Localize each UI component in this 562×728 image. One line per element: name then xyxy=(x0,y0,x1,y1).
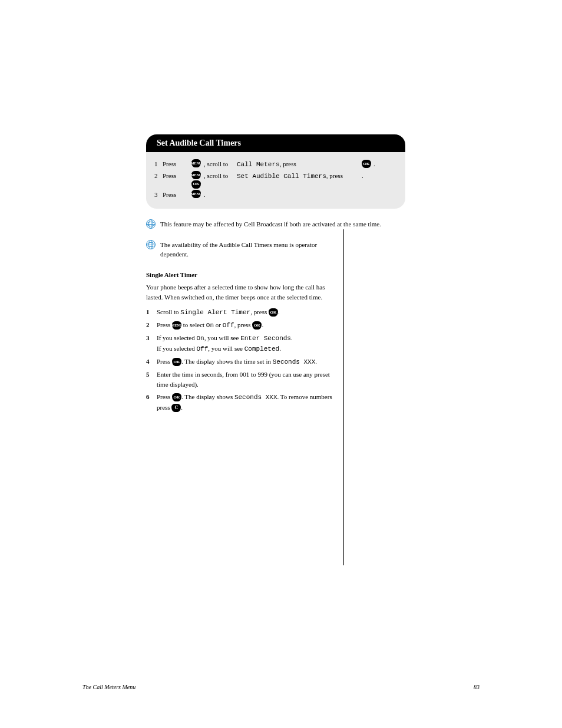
press-label: Press xyxy=(163,160,176,167)
mono-completed: Completed xyxy=(244,345,279,353)
card-body: 1 Press MENU , scroll to Call Meters, pr… xyxy=(146,152,405,209)
step-text: Enter the time in seconds, from 001 to 9… xyxy=(157,371,330,388)
step-number: 2 xyxy=(154,172,158,179)
ok-icon: OK xyxy=(362,160,371,168)
step-text: If you selected xyxy=(157,345,197,352)
footer-title: The Call Meters Menu xyxy=(82,684,135,690)
card-step-2: 2 Press MENU OK , scroll to Set Audible … xyxy=(154,171,397,189)
page-number: 83 xyxy=(474,684,480,690)
note-1: This feature may be affected by Cell Bro… xyxy=(146,219,405,229)
mono-off: Off xyxy=(197,345,209,353)
ok-icon: OK xyxy=(172,358,181,366)
mono-enter-seconds: Enter Seconds xyxy=(240,335,291,342)
step-text: , you will see xyxy=(208,345,244,352)
mono-on: On xyxy=(197,335,204,342)
step-number: 5 xyxy=(146,370,157,390)
menu-icon: MENU xyxy=(191,159,201,167)
list-step-4: 4 Press OK. The display shows the time s… xyxy=(146,357,334,367)
tail-press: , press xyxy=(326,172,343,179)
scroll-label: , scroll to xyxy=(204,172,228,179)
list-step-6: 6 Press OK. The display shows Seconds XX… xyxy=(146,392,334,413)
step-text: . xyxy=(279,345,281,352)
step-number: 2 xyxy=(146,320,157,331)
menu-icon: MENU xyxy=(172,321,181,330)
step-number: 6 xyxy=(146,392,157,413)
ok-icon: OK xyxy=(269,308,278,317)
tail-dot: . xyxy=(373,159,375,169)
step-text: , press xyxy=(234,321,253,328)
step-number: 1 xyxy=(146,307,157,318)
scroll-label: , scroll to xyxy=(204,160,228,167)
scroll-label: . xyxy=(204,191,206,198)
step-text: . xyxy=(181,404,183,411)
step-text: Press xyxy=(157,358,172,365)
list-step-1: 1 Scroll to Single Alert Timer, press OK… xyxy=(146,307,334,318)
step-text: . xyxy=(291,334,293,341)
step-text: . xyxy=(278,308,280,315)
note-text: The availability of the Audible Call Tim… xyxy=(160,240,334,259)
menu-icon: MENU xyxy=(191,171,201,179)
tail-press: , press xyxy=(280,160,296,167)
card-title-text: Set Audible Call Timers xyxy=(157,139,241,148)
column-divider xyxy=(343,229,348,565)
ok-icon: OK xyxy=(172,393,181,401)
step-text: If you selected xyxy=(157,334,197,341)
ok-icon: OK xyxy=(191,180,201,189)
step-text: , you will see xyxy=(204,334,240,341)
step-text: to select xyxy=(181,321,206,328)
note-2: The availability of the Audible Call Tim… xyxy=(146,240,334,259)
step-text: , press xyxy=(250,308,269,315)
steps-list: 1 Scroll to Single Alert Timer, press OK… xyxy=(146,307,334,413)
globe-icon xyxy=(146,240,156,249)
step-text: . xyxy=(315,358,317,365)
step-text: or xyxy=(214,321,223,328)
menu-item-label: Set Audible Call Timers xyxy=(237,173,326,180)
section-intro: Your phone beeps after a selected time t… xyxy=(146,282,334,302)
step-text: Press xyxy=(157,393,172,400)
list-step-2: 2 Press MENU to select On or Off, press … xyxy=(146,320,334,331)
list-step-5: 5 Enter the time in seconds, from 001 to… xyxy=(146,370,334,390)
press-label: Press xyxy=(163,191,176,198)
instruction-card: Set Audible Call Timers 1 Press MENU , s… xyxy=(146,134,405,209)
page-footer: The Call Meters Menu 83 xyxy=(82,684,480,690)
step-text: . xyxy=(262,321,263,328)
step-text: Press xyxy=(157,321,172,328)
step-number: 1 xyxy=(154,160,158,167)
ok-icon: OK xyxy=(252,321,262,330)
list-step-3: 3 If you selected On, you will see Enter… xyxy=(146,333,334,354)
mono-seconds-xxx: Seconds XXX xyxy=(273,358,316,365)
step-text: Scroll to xyxy=(157,308,180,315)
card-step-3: 3 Press MENU . xyxy=(154,190,397,200)
step-number: 4 xyxy=(146,357,157,367)
tail-dot: . xyxy=(362,171,363,181)
step-text: . The display shows xyxy=(181,393,234,400)
card-title: Set Audible Call Timers xyxy=(146,134,405,152)
note-text: This feature may be affected by Cell Bro… xyxy=(160,219,405,229)
step-number: 3 xyxy=(146,333,157,354)
globe-icon xyxy=(146,219,156,229)
step-text: . The display shows the time set in xyxy=(181,358,273,365)
step-number: 3 xyxy=(154,191,158,198)
section-heading: Single Alert Timer xyxy=(146,270,334,280)
card-step-1: 1 Press MENU , scroll to Call Meters, pr… xyxy=(154,159,397,170)
mono-on: On xyxy=(206,322,214,329)
menu-item-label: Call Meters xyxy=(237,161,280,168)
mono-off: Off xyxy=(223,322,234,329)
menu-icon: MENU xyxy=(191,190,201,198)
mono-seconds-xxx: Seconds XXX xyxy=(234,394,277,401)
press-label: Press xyxy=(163,172,176,179)
mono-single-alert: Single Alert Timer xyxy=(180,309,250,316)
c-icon: C xyxy=(171,404,181,412)
